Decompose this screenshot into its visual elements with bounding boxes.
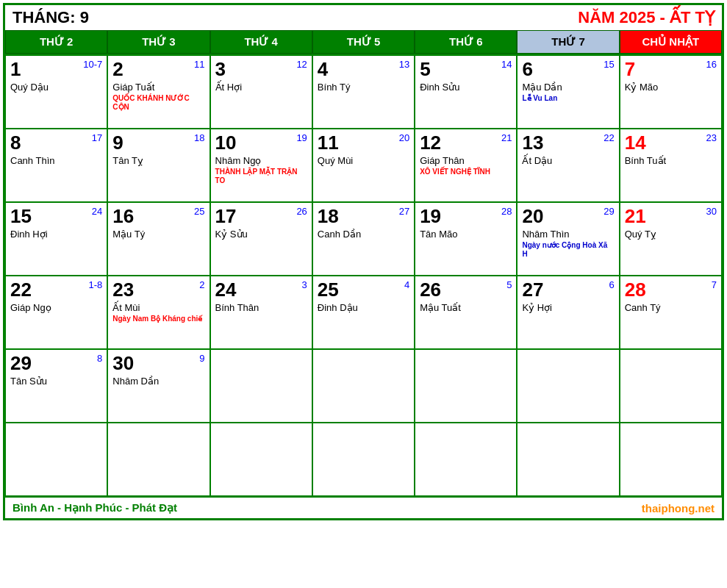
can-chi: Bính Tuất — [625, 155, 717, 166]
day-number: 3 — [215, 59, 307, 80]
day-cell: 110-7Quý Dậu — [5, 55, 107, 129]
lunar-number: 27 — [399, 206, 409, 217]
day-cell: 254Đinh Dậu — [312, 276, 415, 349]
day-cell: 211Giáp TuấtQUỐC KHÁNH NƯỚC CỘN — [107, 55, 209, 129]
calendar-grid: 110-7Quý Dậu211Giáp TuấtQUỐC KHÁNH NƯỚC … — [5, 54, 722, 496]
holiday-note: Lễ Vu Lan — [522, 94, 614, 103]
day-header-thứ-5: THỨ 5 — [312, 30, 415, 54]
day-cell — [210, 349, 312, 423]
lunar-number: 5 — [506, 279, 512, 290]
can-chi: Canh Tý — [625, 302, 717, 313]
day-number: 27 — [522, 279, 614, 301]
lunar-number: 8 — [97, 353, 102, 364]
lunar-number: 9 — [199, 353, 204, 364]
day-cell — [620, 423, 722, 496]
lunar-number: 2 — [199, 279, 204, 290]
lunar-number: 12 — [296, 59, 307, 70]
day-header-thứ-2: THỨ 2 — [5, 30, 107, 54]
day-cell: 615Mậu DầnLễ Vu Lan — [517, 55, 619, 129]
day-number: 4 — [318, 59, 409, 80]
day-cell: 2029Nhâm ThìnNgày nước Cộng Hoà Xã H — [517, 202, 619, 276]
day-cell: 1827Canh Dần — [312, 202, 415, 276]
can-chi: Nhâm Ngọ — [215, 155, 307, 166]
day-cell: 514Đinh Sửu — [415, 55, 517, 129]
footer-row: Bình An - Hạnh Phúc - Phát Đạt thaiphong… — [5, 496, 722, 518]
day-cell: 1019Nhâm NgọTHÀNH LẬP MẶT TRẬN TO — [210, 129, 312, 202]
day-number: 5 — [420, 59, 512, 80]
day-cell: 2130Quý Tỵ — [620, 202, 722, 276]
lunar-number: 16 — [706, 59, 717, 70]
can-chi: Quý Mùi — [318, 155, 409, 166]
footer-right: thaiphong.net — [642, 502, 715, 514]
can-chi: Kỷ Hợi — [522, 302, 614, 313]
day-number: 7 — [625, 59, 717, 80]
day-number: 11 — [318, 132, 409, 154]
can-chi: Đinh Sửu — [420, 82, 512, 93]
month-title: THÁNG: 9 — [12, 8, 89, 27]
lunar-number: 15 — [604, 59, 614, 70]
day-header-thứ-4: THỨ 4 — [210, 30, 312, 54]
lunar-number: 28 — [501, 206, 512, 217]
lunar-number: 29 — [604, 206, 614, 217]
day-cell — [415, 349, 517, 423]
lunar-number: 23 — [706, 132, 717, 143]
can-chi: Mậu Tý — [112, 229, 204, 240]
day-header-thứ-6: THỨ 6 — [415, 30, 517, 54]
day-cell: 298Tân Sửu — [5, 349, 107, 423]
day-cell: 1423Bính Tuất — [620, 129, 722, 202]
lunar-number: 30 — [706, 206, 717, 217]
can-chi: Nhâm Dần — [112, 376, 204, 387]
day-cell: 1221Giáp ThânXÔ VIẾT NGHỆ TĨNH — [415, 129, 517, 202]
day-cell: 243Bính Thân — [210, 276, 312, 349]
day-number: 9 — [112, 132, 204, 154]
lunar-number: 10-7 — [83, 59, 102, 70]
day-number: 2 — [112, 59, 204, 80]
lunar-number: 13 — [399, 59, 409, 70]
day-number: 20 — [522, 206, 614, 227]
day-headers: THỨ 2THỨ 3THỨ 4THỨ 5THỨ 6THỨ 7CHỦ NHẬT — [5, 30, 722, 54]
can-chi: Ất Mùi — [112, 302, 204, 313]
calendar-wrapper: THÁNG: 9 NĂM 2025 - ẤT TỴ THỨ 2THỨ 3THỨ … — [3, 3, 724, 520]
day-cell: 1120Quý Mùi — [312, 129, 415, 202]
can-chi: Mậu Dần — [522, 82, 614, 93]
lunar-number: 25 — [194, 206, 204, 217]
holiday-note: Ngày nước Cộng Hoà Xã H — [522, 241, 614, 259]
can-chi: Giáp Ngọ — [10, 302, 102, 313]
day-number: 8 — [10, 132, 102, 154]
holiday-note: Ngày Nam Bộ Kháng chiế — [112, 315, 204, 323]
can-chi: Kỷ Sửu — [215, 229, 307, 240]
day-cell: 221-8Giáp Ngọ — [5, 276, 107, 349]
day-number: 6 — [522, 59, 614, 80]
can-chi: Quý Dậu — [10, 82, 102, 93]
lunar-number: 19 — [296, 132, 307, 143]
day-header-chủ-nhật: CHỦ NHẬT — [620, 30, 722, 54]
day-cell — [312, 423, 415, 496]
lunar-number: 11 — [194, 59, 204, 70]
day-cell: 1625Mậu Tý — [107, 202, 209, 276]
day-number: 21 — [625, 206, 717, 227]
lunar-number: 20 — [399, 132, 409, 143]
can-chi: Ất Dậu — [522, 155, 614, 166]
day-cell — [107, 423, 209, 496]
holiday-note: QUỐC KHÁNH NƯỚC CỘN — [112, 94, 204, 112]
day-cell: 309Nhâm Dần — [107, 349, 209, 423]
day-cell: 265Mậu Tuất — [415, 276, 517, 349]
day-cell — [517, 423, 619, 496]
day-cell: 287Canh Tý — [620, 276, 722, 349]
day-cell: 413Bính Tý — [312, 55, 415, 129]
lunar-number: 1-8 — [88, 279, 102, 290]
day-cell — [517, 349, 619, 423]
can-chi: Canh Thìn — [10, 155, 102, 166]
can-chi: Kỷ Mão — [625, 82, 717, 93]
day-number: 10 — [215, 132, 307, 154]
lunar-number: 4 — [404, 279, 409, 290]
day-number: 19 — [420, 206, 512, 227]
can-chi: Bính Thân — [215, 302, 307, 313]
day-number: 15 — [10, 206, 102, 227]
lunar-number: 26 — [296, 206, 307, 217]
can-chi: Mậu Tuất — [420, 302, 512, 313]
can-chi: Đinh Dậu — [318, 302, 409, 313]
lunar-number: 7 — [712, 279, 717, 290]
day-cell: 918Tân Tỵ — [107, 129, 209, 202]
lunar-number: 17 — [92, 132, 102, 143]
